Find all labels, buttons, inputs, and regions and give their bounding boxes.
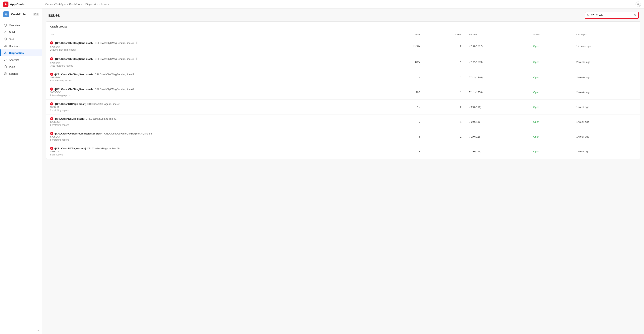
issue-count: 187.6k [378,38,424,54]
sidebar-label-analytics: Analytics [9,59,20,61]
issue-file: CRLCrashObjCMsgSend.m, line 47 [95,42,134,45]
issue-users: 2 [424,38,465,54]
issue-method: -[CRLCrashNSLog crash] [54,117,84,120]
col-users: Users [424,31,465,38]
issue-method: -[CRLCrashNXPage crash] [54,147,86,150]
crash-icon [50,57,53,60]
issue-title-cell: -[CRLCrashObjCMsgSend crash] CRLCrashObj… [46,70,378,85]
push-icon [4,65,7,69]
sidebar-collapse-button[interactable]: « [0,326,42,334]
search-clear-button[interactable]: ✕ [632,12,638,18]
table-row[interactable]: -[CRLCrashROPage crash] CRLCrashROPage.m… [46,100,640,114]
issue-sub: SIGSEGV [50,135,374,138]
col-version: Version [465,31,530,38]
issue-title-cell: -[CRLCrashROPage crash] CRLCrashROPage.m… [46,100,378,114]
issue-sub: SIGSEGV [50,76,374,79]
issue-version: 7.2.0 (116) [465,129,530,144]
issue-version: 7.1.1 (1338) [465,85,530,100]
note-icon[interactable]: ⎘ [135,57,139,61]
app-icon [3,11,9,17]
sidebar-label-push: Push [9,65,15,68]
issue-title-cell: -[CRLCrashNSLog crash] CRLCrashNSLog.m, … [46,114,378,129]
issue-version: 7.2.2 (1340) [465,70,530,85]
issue-last-report: 2 weeks ago [572,85,640,100]
issue-users: 1 [424,114,465,129]
sidebar-item-overview[interactable]: Overview [0,22,42,29]
sidebar-item-build[interactable]: Build [0,29,42,36]
logo-icon: A [3,2,8,7]
overview-icon [4,24,7,27]
issue-method: -[CRLCrashObjCMsgSend crash] [54,73,94,76]
table-row[interactable]: -[CRLCrashObjCMsgSend crash] CRLCrashObj… [46,70,640,85]
svg-marker-3 [4,31,6,33]
sidebar-nav: Overview Build Test [0,20,42,326]
issue-status: Open [529,144,572,159]
issue-reports: 6 matching reports [50,124,374,126]
table-row[interactable]: -[CRLCrashOverwriteLinkRegister crash] C… [46,129,640,144]
note-icon[interactable]: ⎘ [135,41,139,45]
issue-sub: SIGSEGV [50,91,374,94]
sidebar-label-diagnostics: Diagnostics [9,52,24,54]
issue-count: 8.2k [378,54,424,70]
app-info: CrashProbe [11,13,31,16]
breadcrumb-item-4[interactable]: Issues [102,3,109,6]
col-status: Status [529,31,572,38]
table-row[interactable]: -[CRLCrashObjCMsgSend crash] CRLCrashObj… [46,85,640,100]
filter-icon[interactable] [633,24,636,29]
sidebar-item-test[interactable]: Test [0,36,42,43]
issue-users: 1 [424,85,465,100]
table-row[interactable]: -[CRLCrashObjCMsgSend crash] CRLCrashObj… [46,54,640,70]
svg-point-4 [4,38,7,40]
issue-last-report: 17 hours ago [572,38,640,54]
main-layout: CrashProbe iOS Overview Build [0,9,644,334]
table-row[interactable]: -[CRLCrashNSLog crash] CRLCrashNSLog.m, … [46,114,640,129]
search-box: ✕ [585,12,638,19]
issue-version: 7.2.0 (116) [465,114,530,129]
table-row[interactable]: -[CRLCrashNXPage crash] CRLCrashNXPage.m… [46,144,640,159]
distribute-icon [4,44,7,48]
sidebar-item-push[interactable]: Push [0,63,42,70]
issue-version: 7.2.0 (116) [465,144,530,159]
user-avatar[interactable] [636,2,641,7]
issue-sub: SIGBUS [50,106,374,108]
app-platform: iOS [33,13,39,16]
breadcrumb-item-2[interactable]: CrashProbe [69,3,82,6]
breadcrumb-item-3[interactable]: Diagnostics [86,3,98,6]
app-center-logo[interactable]: A App Center [3,2,45,7]
issue-method: -[CRLCrashROPage crash] [54,103,86,105]
issue-status: Open [529,38,572,54]
search-icon [587,14,590,17]
issue-last-report: 2 weeks ago [572,54,640,70]
issue-sub: SIGBUS [50,150,374,153]
sidebar-label-settings: Settings [9,72,18,75]
crash-icon [50,132,53,135]
issue-reports: 7 matching reports [50,109,374,112]
issue-users: 1 [424,70,465,85]
issue-method: -[CRLCrashObjCMsgSend crash] [54,88,94,91]
sidebar-item-distribute[interactable]: Distribute [0,43,42,49]
crash-icon [50,41,53,45]
search-input[interactable] [591,14,630,17]
issue-title-cell: -[CRLCrashOverwriteLinkRegister crash] C… [46,129,378,144]
app-name: CrashProbe [11,13,31,16]
sidebar-item-diagnostics[interactable]: Diagnostics [0,49,42,56]
issue-file: CRLCrashObjCMsgSend.m, line 47 [95,88,134,91]
settings-icon [4,72,7,75]
issue-status: Open [529,114,572,129]
table-row[interactable]: -[CRLCrashObjCMsgSend crash] CRLCrashObj… [46,38,640,54]
issue-sub: SIGSEGV [50,121,374,123]
sidebar-label-overview: Overview [9,24,20,27]
issue-title-cell: -[CRLCrashObjCMsgSend crash] CRLCrashObj… [46,54,378,70]
issue-last-report: 1 week ago [572,100,640,114]
breadcrumb-sep-2: / [84,3,84,6]
sidebar-item-analytics[interactable]: Analytics [0,56,42,63]
issue-reports: more reports [50,153,374,156]
crash-icon [50,88,53,91]
issue-title-cell: -[CRLCrashObjCMsgSend crash] CRLCrashObj… [46,38,378,54]
sidebar-item-settings[interactable]: Settings [0,70,42,77]
build-icon [4,30,7,34]
issues-panel: Crash groups Title Count Users Version S… [46,21,640,159]
issue-method: -[CRLCrashOverwriteLinkRegister crash] [54,132,103,135]
issue-status: Open [529,100,572,114]
breadcrumb-item-1[interactable]: Crashes Test Apps [45,3,66,6]
